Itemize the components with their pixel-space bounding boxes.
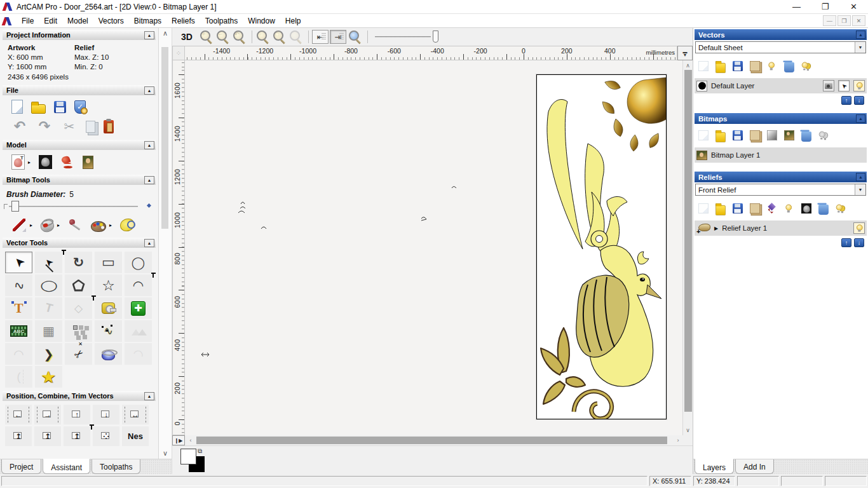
link-colours-icon[interactable]: ⧉ [198,447,202,455]
select-vectors-button[interactable]: ➤ [5,252,32,273]
close-document-button[interactable]: ✕ [852,15,865,26]
canvas-viewport[interactable] [185,60,682,435]
create-ellipse-button[interactable]: ◯ [35,274,62,296]
chevron-down-icon[interactable]: ▼ [855,184,865,195]
bitmap-preview-icon[interactable] [784,130,794,140]
scrollbar-thumb[interactable] [196,437,667,444]
model-properties-icon[interactable]: ✓ [74,100,86,114]
scrollbar-thumb[interactable] [684,70,692,412]
block-paste-button[interactable] [65,320,92,342]
zoom-out-icon[interactable]: − [215,29,231,44]
horizontal-scrollbar[interactable] [195,435,674,445]
align-centre-button[interactable]: ↥ [64,426,90,446]
vector-doctor-button[interactable]: ★ [35,366,62,388]
layer-visibility-button[interactable] [853,222,865,234]
centre-in-page-v-button[interactable]: ↥ [34,426,61,446]
merge-vector-layers-icon[interactable] [750,61,760,71]
scrollbar-thumb[interactable] [161,47,168,229]
move-layer-down-button[interactable]: ↓ [854,238,864,247]
new-bitmap-layer-icon[interactable] [698,130,709,140]
collapse-project-information-button[interactable]: ▲ [144,31,154,39]
paste-text-block-button[interactable]: ABC [5,320,32,342]
vertical-scrollbar[interactable]: ∧ ∨ [682,60,693,435]
collapse-vectors-button[interactable]: ▲ [856,30,865,39]
delete-bitmap-layer-icon[interactable] [801,132,811,142]
toggle-all-bitmaps-icon[interactable] [818,130,829,140]
slider-handle[interactable] [11,201,19,212]
toggle-relief-visibility-icon[interactable] [784,203,794,214]
offset-vectors-button[interactable]: ◇ [65,297,92,319]
new-vector-layer-icon[interactable] [698,61,709,71]
restore-document-button[interactable]: ❐ [837,15,851,26]
zoom-previous-icon[interactable]: ↶ [232,29,247,44]
move-layer-up-button[interactable]: ↑ [841,96,851,105]
scroll-left-icon[interactable]: ‹ [186,437,195,444]
tab-layers[interactable]: Layers [695,459,734,474]
move-layer-up-button[interactable]: ↑ [841,238,851,247]
greyscale-bitmap-icon[interactable] [767,130,777,140]
wrap-text-button[interactable]: T [35,297,62,319]
expand-layer-icon[interactable]: ▶ [714,226,718,231]
collapse-reliefs-button[interactable]: ▲ [856,173,865,181]
layer-edit-button[interactable]: ➤ [838,80,850,92]
create-arc-button[interactable]: ◠ [125,274,152,296]
envelope-distortion-button[interactable]: ▦ [35,320,62,342]
snap-grid-settings-button[interactable]: ✚ [125,297,152,319]
greyscale-preview-icon[interactable] [39,155,52,169]
zoom-in-icon[interactable]: + [199,29,214,44]
flood-fill-flyout-icon[interactable]: ▸ [57,222,60,228]
relief-greyscale-icon[interactable] [801,203,811,214]
open-vector-layer-icon[interactable] [715,63,726,73]
node-editing-button[interactable]: ➤ [35,252,62,273]
view-3d-button[interactable]: 3D [179,30,195,43]
align-top-button[interactable]: ↑ [64,405,90,424]
merge-relief-layers-icon[interactable] [750,203,760,214]
scroll-down-icon[interactable]: ∨ [683,427,693,433]
save-bitmap-layer-icon[interactable] [733,130,743,140]
toggle-all-layers-icon[interactable] [801,61,811,71]
create-rectangle-button[interactable]: ▭ [95,252,122,273]
scroll-right-icon[interactable]: › [674,437,682,444]
layer-colour-swatch[interactable] [696,81,707,92]
lighting-material-icon[interactable] [60,155,74,169]
nesting-button[interactable]: Nes [122,426,149,446]
relief-stack-icon[interactable] [767,203,777,214]
scroll-up-icon[interactable]: ∧ [159,29,172,37]
left-panel-scrollbar[interactable]: ∧ ∨ [159,28,172,459]
save-model-icon[interactable] [54,101,66,113]
load-texture-icon[interactable] [83,156,93,169]
copy-icon[interactable] [86,121,95,133]
sheet-select[interactable]: Default Sheet ▼ [695,41,866,53]
relief-layer-row[interactable]: ▶ Relief Layer 1 [695,220,867,236]
menu-model[interactable]: Model [62,15,93,27]
set-model-size-flyout-icon[interactable]: ▸ [28,159,31,165]
align-left-button[interactable]: ← [5,405,32,424]
layer-snapshot-button[interactable] [823,80,834,92]
scroll-down-icon[interactable]: ∨ [159,449,172,458]
fit-spline-button[interactable]: ◠ [125,343,152,365]
mirror-vectors-button[interactable]: ( [5,366,32,388]
align-right-button[interactable]: → [34,405,61,424]
previous-bitmap-layer-icon[interactable]: ⇤ [312,30,329,44]
open-bitmap-layer-icon[interactable] [715,132,726,142]
menu-window[interactable]: Window [243,15,280,27]
brush-diameter-slider[interactable] [4,200,152,213]
menu-vectors[interactable]: Vectors [93,15,129,27]
contrast-slider[interactable] [375,30,438,44]
collapse-vector-tools-button[interactable]: ▲ [144,239,154,247]
open-relief-layer-icon[interactable] [715,205,726,215]
minimize-document-button[interactable]: — [823,15,836,26]
create-star-button[interactable]: ☆ [95,274,122,296]
create-freehand-polyline-button[interactable]: ∿ [5,274,32,296]
colour-palette-icon[interactable] [91,221,106,232]
paste-special-icon[interactable] [104,120,114,133]
toggle-layer-visibility-icon[interactable] [767,61,777,71]
transform-vectors-button[interactable]: ↻ [65,252,92,273]
interactive-distortion-button[interactable] [95,343,122,365]
zoom-window-icon[interactable]: ▫ [255,29,271,44]
move-layer-down-button[interactable]: ↓ [854,96,864,105]
magic-colour-icon[interactable] [120,219,134,231]
merge-bitmap-layers-icon[interactable] [750,130,760,140]
toggle-all-reliefs-icon[interactable] [836,203,846,214]
measure-tool-button[interactable] [95,297,122,319]
